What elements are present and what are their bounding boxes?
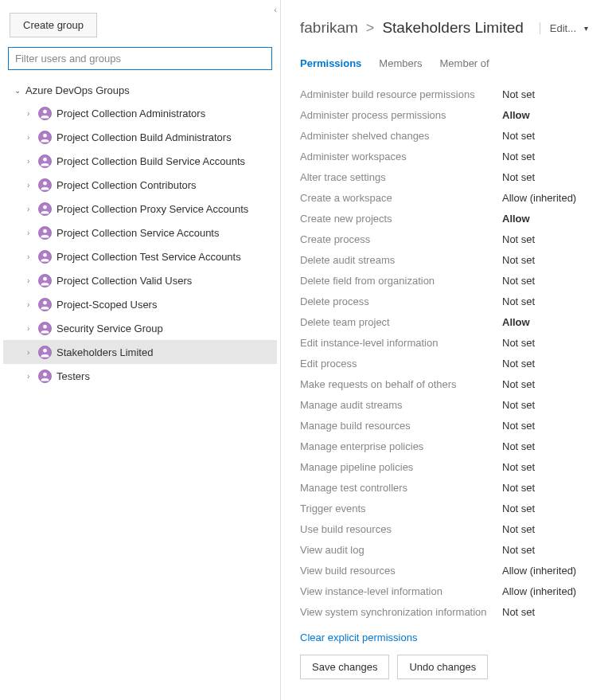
tree-item-label: Project Collection Service Accounts <box>57 227 219 239</box>
group-tree: ⌄ Azure DevOps Groups ›Project Collectio… <box>0 80 280 388</box>
group-icon <box>38 154 52 168</box>
permission-row[interactable]: Manage audit streamsNot set <box>300 394 598 415</box>
permission-row[interactable]: Delete processNot set <box>300 291 598 311</box>
tree-item[interactable]: ›Security Service Group <box>3 316 277 340</box>
permission-row[interactable]: Manage pipeline policiesNot set <box>300 456 598 477</box>
permission-value[interactable]: Not set <box>502 482 598 494</box>
permission-value[interactable]: Not set <box>502 420 598 432</box>
permission-row[interactable]: View audit logNot set <box>300 539 598 560</box>
svg-point-7 <box>43 181 47 185</box>
tree-item-label: Testers <box>57 370 90 382</box>
permission-name: Delete team project <box>300 316 502 328</box>
tab-member-of[interactable]: Member of <box>440 57 489 72</box>
permission-value[interactable]: Not set <box>502 233 598 245</box>
permission-row[interactable]: Delete audit streamsNot set <box>300 249 598 270</box>
filter-input[interactable] <box>8 47 272 70</box>
permission-value[interactable]: Not set <box>502 151 598 162</box>
permission-row[interactable]: View instance-level informationAllow (in… <box>300 581 598 601</box>
permission-value[interactable]: Allow (inherited) <box>502 585 598 597</box>
permission-row[interactable]: Trigger eventsNot set <box>300 498 598 518</box>
permission-value[interactable]: Not set <box>502 130 598 142</box>
tree-item[interactable]: ›Project Collection Contributors <box>3 173 277 197</box>
tab-permissions[interactable]: Permissions <box>300 57 361 72</box>
permission-row[interactable]: Alter trace settingsNot set <box>300 166 598 187</box>
tree-item[interactable]: ›Project-Scoped Users <box>3 292 277 316</box>
permission-row[interactable]: Use build resourcesNot set <box>300 518 598 539</box>
permission-row[interactable]: Edit processNot set <box>300 353 598 373</box>
tree-item-label: Project-Scoped Users <box>57 299 157 311</box>
tree-item[interactable]: ›Project Collection Build Administrators <box>3 125 277 149</box>
permission-value[interactable]: Not set <box>502 440 598 452</box>
permission-value[interactable]: Not set <box>502 606 598 618</box>
permission-value[interactable]: Not set <box>502 254 598 266</box>
permission-value[interactable]: Not set <box>502 461 598 473</box>
permission-value[interactable]: Not set <box>502 171 598 183</box>
permission-row[interactable]: Create processNot set <box>300 229 598 249</box>
tree-item-label: Security Service Group <box>57 323 163 334</box>
permission-row[interactable]: Manage build resourcesNot set <box>300 415 598 436</box>
permission-row[interactable]: Administer process permissionsAllow <box>300 104 598 125</box>
permission-value[interactable]: Not set <box>502 523 598 535</box>
permission-row[interactable]: Manage enterprise policiesNot set <box>300 436 598 456</box>
group-icon <box>38 202 52 216</box>
permission-value[interactable]: Allow <box>502 316 598 328</box>
collapse-sidebar-icon[interactable]: ‹ <box>274 5 277 14</box>
permission-name: Create process <box>300 233 502 245</box>
undo-button[interactable]: Undo changes <box>397 655 488 679</box>
chevron-right-icon: › <box>27 324 37 333</box>
clear-permissions-link[interactable]: Clear explicit permissions <box>300 632 417 643</box>
permission-value[interactable]: Not set <box>502 378 598 390</box>
permission-value[interactable]: Not set <box>502 275 598 287</box>
permission-row[interactable]: Create new projectsAllow <box>300 208 598 229</box>
permission-row[interactable]: Edit instance-level informationNot set <box>300 332 598 353</box>
chevron-right-icon: › <box>27 109 37 118</box>
permission-row[interactable]: Delete team projectAllow <box>300 311 598 332</box>
permission-value[interactable]: Not set <box>502 544 598 556</box>
tree-item[interactable]: ›Stakeholders Limited <box>3 340 277 364</box>
permission-row[interactable]: Make requests on behalf of othersNot set <box>300 373 598 394</box>
group-icon <box>38 298 52 311</box>
permission-row[interactable]: View build resourcesAllow (inherited) <box>300 560 598 581</box>
tree-item[interactable]: ›Project Collection Valid Users <box>3 268 277 292</box>
tab-members[interactable]: Members <box>379 57 422 72</box>
permission-value[interactable]: Not set <box>502 337 598 349</box>
tree-item[interactable]: ›Project Collection Administrators <box>3 101 277 125</box>
permission-value[interactable]: Not set <box>502 399 598 411</box>
permission-row[interactable]: Create a workspaceAllow (inherited) <box>300 187 598 208</box>
permission-name: Administer build resource permissions <box>300 88 502 100</box>
breadcrumb-org[interactable]: fabrikam <box>300 19 358 37</box>
permission-name: Administer workspaces <box>300 151 502 162</box>
group-icon <box>38 370 52 383</box>
group-icon <box>38 346 52 359</box>
permission-value[interactable]: Allow (inherited) <box>502 192 598 204</box>
permission-name: Delete field from organization <box>300 275 502 287</box>
permission-value[interactable]: Not set <box>502 503 598 514</box>
permission-value[interactable]: Not set <box>502 358 598 370</box>
permission-value[interactable]: Allow (inherited) <box>502 565 598 577</box>
svg-point-17 <box>43 300 47 304</box>
chevron-right-icon: › <box>27 157 37 166</box>
group-icon <box>38 250 52 264</box>
create-group-button[interactable]: Create group <box>10 13 97 37</box>
tree-item[interactable]: ›Project Collection Test Service Account… <box>3 244 277 268</box>
permission-row[interactable]: Administer build resource permissionsNot… <box>300 84 598 104</box>
tree-item[interactable]: ›Project Collection Build Service Accoun… <box>3 149 277 173</box>
edit-dropdown[interactable]: Edit... ▾ <box>540 22 588 34</box>
tree-item[interactable]: ›Testers <box>3 364 277 388</box>
tree-item[interactable]: ›Project Collection Service Accounts <box>3 221 277 244</box>
save-button[interactable]: Save changes <box>300 655 389 679</box>
permission-row[interactable]: Delete field from organizationNot set <box>300 270 598 291</box>
tree-root[interactable]: ⌄ Azure DevOps Groups <box>3 80 277 101</box>
svg-point-11 <box>43 229 47 233</box>
permission-value[interactable]: Allow <box>502 109 598 121</box>
permission-row[interactable]: View system synchronization informationN… <box>300 601 598 622</box>
tabs: PermissionsMembersMember of <box>300 57 598 72</box>
tree-item[interactable]: ›Project Collection Proxy Service Accoun… <box>3 197 277 221</box>
permission-row[interactable]: Administer shelved changesNot set <box>300 125 598 146</box>
permission-value[interactable]: Allow <box>502 213 598 225</box>
permission-value[interactable]: Not set <box>502 295 598 307</box>
permission-row[interactable]: Administer workspacesNot set <box>300 146 598 166</box>
permission-value[interactable]: Not set <box>502 88 598 100</box>
permission-row[interactable]: Manage test controllersNot set <box>300 477 598 498</box>
tree-item-label: Project Collection Build Administrators <box>57 131 232 143</box>
